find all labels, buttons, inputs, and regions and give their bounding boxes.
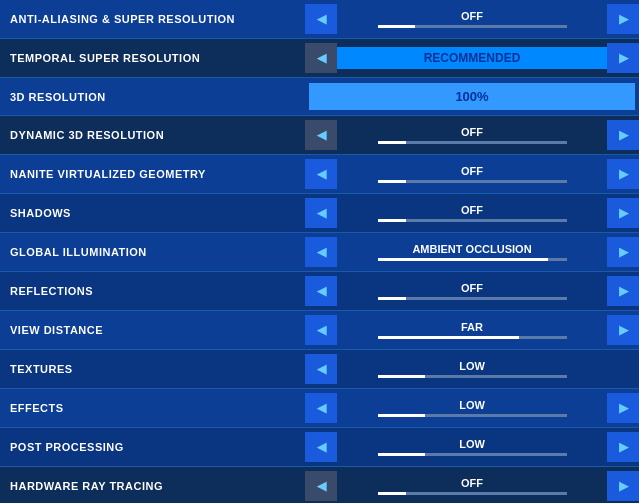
chevron-right-icon: ▶ (619, 284, 628, 298)
setting-value-view-distance: FAR (461, 321, 483, 333)
setting-value-effects: LOW (459, 399, 485, 411)
setting-row-shadows: SHADOWS◀OFF▶ (0, 194, 639, 233)
chevron-left-icon: ◀ (317, 479, 326, 493)
value-box-nanite: OFF (337, 160, 607, 188)
arrow-left-reflections[interactable]: ◀ (305, 276, 337, 306)
progress-fill-dynamic-3d-resolution (378, 141, 406, 144)
arrow-left-shadows[interactable]: ◀ (305, 198, 337, 228)
setting-value-reflections: OFF (461, 282, 483, 294)
setting-value-shadows: OFF (461, 204, 483, 216)
setting-row-view-distance: VIEW DISTANCE◀FAR▶ (0, 311, 639, 350)
arrow-right-effects[interactable]: ▶ (607, 393, 639, 423)
setting-control-hardware-ray-tracing: ◀OFF▶ (305, 467, 639, 503)
arrow-right-post-processing[interactable]: ▶ (607, 432, 639, 462)
setting-control-dynamic-3d-resolution: ◀OFF▶ (305, 116, 639, 154)
progress-container-global-illumination (378, 258, 567, 261)
setting-row-global-illumination: GLOBAL ILLUMINATION◀AMBIENT OCCLUSION▶ (0, 233, 639, 272)
setting-value-temporal-super-resolution: RECOMMENDED (337, 47, 607, 69)
chevron-right-icon: ▶ (619, 167, 628, 181)
chevron-left-icon: ◀ (317, 323, 326, 337)
setting-control-reflections: ◀OFF▶ (305, 272, 639, 310)
progress-container-dynamic-3d-resolution (378, 141, 567, 144)
arrow-right-global-illumination[interactable]: ▶ (607, 237, 639, 267)
setting-value-global-illumination: AMBIENT OCCLUSION (412, 243, 531, 255)
progress-fill-effects (378, 414, 425, 417)
progress-container-anti-aliasing (378, 25, 567, 28)
setting-row-hardware-ray-tracing: HARDWARE RAY TRACING◀OFF▶ (0, 467, 639, 503)
chevron-left-icon: ◀ (317, 362, 326, 376)
setting-control-temporal-super-resolution: ◀RECOMMENDED▶ (305, 39, 639, 77)
value-box-shadows: OFF (337, 199, 607, 227)
arrow-right-dynamic-3d-resolution[interactable]: ▶ (607, 120, 639, 150)
setting-label-nanite: NANITE VIRTUALIZED GEOMETRY (0, 168, 305, 180)
arrow-right-shadows[interactable]: ▶ (607, 198, 639, 228)
progress-container-nanite (378, 180, 567, 183)
arrow-left-temporal-super-resolution[interactable]: ◀ (305, 43, 337, 73)
arrow-left-post-processing[interactable]: ◀ (305, 432, 337, 462)
setting-control-post-processing: ◀LOW▶ (305, 428, 639, 466)
setting-value-textures: LOW (459, 360, 485, 372)
setting-value-3d-resolution: 100% (309, 83, 635, 110)
arrow-right-temporal-super-resolution[interactable]: ▶ (607, 43, 639, 73)
value-box-view-distance: FAR (337, 316, 607, 344)
setting-label-anti-aliasing: ANTI-ALIASING & SUPER RESOLUTION (0, 13, 305, 25)
progress-container-shadows (378, 219, 567, 222)
setting-value-hardware-ray-tracing: OFF (461, 477, 483, 489)
arrow-left-view-distance[interactable]: ◀ (305, 315, 337, 345)
progress-fill-anti-aliasing (378, 25, 416, 28)
arrow-left-textures[interactable]: ◀ (305, 354, 337, 384)
arrow-left-hardware-ray-tracing[interactable]: ◀ (305, 471, 337, 501)
setting-row-3d-resolution: 3D RESOLUTION100% (0, 78, 639, 116)
setting-label-textures: TEXTURES (0, 363, 305, 375)
setting-control-shadows: ◀OFF▶ (305, 194, 639, 232)
progress-container-post-processing (378, 453, 567, 456)
arrow-right-reflections[interactable]: ▶ (607, 276, 639, 306)
setting-label-dynamic-3d-resolution: DYNAMIC 3D RESOLUTION (0, 129, 305, 141)
setting-label-view-distance: VIEW DISTANCE (0, 324, 305, 336)
arrow-left-dynamic-3d-resolution[interactable]: ◀ (305, 120, 337, 150)
setting-control-textures: ◀LOW▶ (305, 350, 639, 388)
setting-control-view-distance: ◀FAR▶ (305, 311, 639, 349)
arrow-right-anti-aliasing[interactable]: ▶ (607, 4, 639, 34)
progress-fill-global-illumination (378, 258, 548, 261)
progress-fill-hardware-ray-tracing (378, 492, 406, 495)
progress-container-view-distance (378, 336, 567, 339)
setting-row-nanite: NANITE VIRTUALIZED GEOMETRY◀OFF▶ (0, 155, 639, 194)
arrow-right-nanite[interactable]: ▶ (607, 159, 639, 189)
settings-panel: ANTI-ALIASING & SUPER RESOLUTION◀OFF▶TEM… (0, 0, 639, 503)
progress-container-textures (378, 375, 567, 378)
chevron-left-icon: ◀ (317, 245, 326, 259)
chevron-right-icon: ▶ (619, 440, 628, 454)
progress-fill-post-processing (378, 453, 425, 456)
setting-label-temporal-super-resolution: TEMPORAL SUPER RESOLUTION (0, 52, 305, 64)
arrow-left-nanite[interactable]: ◀ (305, 159, 337, 189)
arrow-right-hardware-ray-tracing[interactable]: ▶ (607, 471, 639, 501)
value-box-reflections: OFF (337, 277, 607, 305)
chevron-right-icon: ▶ (619, 245, 628, 259)
arrow-right-view-distance[interactable]: ▶ (607, 315, 639, 345)
value-box-textures: LOW (337, 355, 607, 383)
arrow-left-global-illumination[interactable]: ◀ (305, 237, 337, 267)
setting-label-shadows: SHADOWS (0, 207, 305, 219)
chevron-right-icon: ▶ (619, 479, 628, 493)
arrow-left-effects[interactable]: ◀ (305, 393, 337, 423)
value-box-effects: LOW (337, 394, 607, 422)
value-box-temporal-super-resolution: RECOMMENDED (337, 44, 607, 72)
progress-fill-view-distance (378, 336, 520, 339)
setting-label-reflections: REFLECTIONS (0, 285, 305, 297)
progress-container-hardware-ray-tracing (378, 492, 567, 495)
value-box-post-processing: LOW (337, 433, 607, 461)
setting-row-temporal-super-resolution: TEMPORAL SUPER RESOLUTION◀RECOMMENDED▶ (0, 39, 639, 78)
setting-label-global-illumination: GLOBAL ILLUMINATION (0, 246, 305, 258)
setting-row-textures: TEXTURES◀LOW▶ (0, 350, 639, 389)
setting-control-effects: ◀LOW▶ (305, 389, 639, 427)
setting-control-global-illumination: ◀AMBIENT OCCLUSION▶ (305, 233, 639, 271)
setting-value-anti-aliasing: OFF (461, 10, 483, 22)
progress-container-effects (378, 414, 567, 417)
setting-row-anti-aliasing: ANTI-ALIASING & SUPER RESOLUTION◀OFF▶ (0, 0, 639, 39)
chevron-left-icon: ◀ (317, 206, 326, 220)
chevron-right-icon: ▶ (619, 128, 628, 142)
progress-fill-nanite (378, 180, 406, 183)
setting-control-anti-aliasing: ◀OFF▶ (305, 0, 639, 38)
arrow-left-anti-aliasing[interactable]: ◀ (305, 4, 337, 34)
